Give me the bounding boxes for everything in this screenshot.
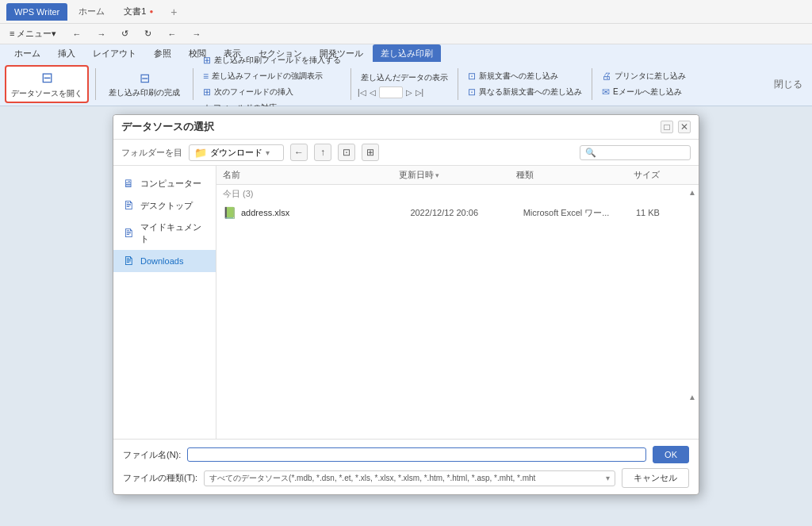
dialog-close-button[interactable]: ✕ [678, 121, 691, 133]
tab-reference[interactable]: 参照 [146, 44, 179, 62]
new-doc-label: 新規文書への差し込み [479, 71, 558, 82]
merge-preview-icon: ⊟ [140, 71, 150, 86]
file-section-label: 今日 (3) [216, 185, 699, 203]
sidebar-item-desktop[interactable]: 🖹 デスクトップ [113, 194, 216, 217]
datasource-icon: ⊟ [41, 69, 53, 86]
email-button[interactable]: ✉ Eメールへ差し込み [599, 85, 685, 99]
search-icon: 🔍 [585, 148, 596, 158]
filetype-select[interactable]: すべてのデータソース(*.mdb, *.dsn, *.et, *.xls, *.… [204, 470, 615, 486]
tab-home[interactable]: ホーム [6, 44, 48, 62]
main-content: データソースの選択 □ ✕ フォルダーを目 📁 ダウンロード ▾ ← ↑ ⊡ ⊞ [0, 106, 812, 526]
doc-tab[interactable]: 文書1 ● [116, 3, 161, 21]
tab-section[interactable]: セクション [251, 44, 310, 62]
filetype-label: ファイルの種類(T): [123, 472, 197, 484]
tab-view[interactable]: 表示 [216, 44, 249, 62]
toolbar-redo[interactable]: ↻ [141, 27, 155, 40]
record-input[interactable] [379, 86, 403, 98]
ribbon-close-button[interactable]: 閉じる [769, 76, 807, 93]
tab-developer[interactable]: 開発ツール [312, 44, 371, 62]
nav-back-button[interactable]: ← [290, 144, 308, 161]
file-list-scroll[interactable]: 今日 (3) 📗 address.xlsx 2022/12/12 20:06 M… [216, 185, 699, 439]
new-doc2-label: 異なる新規文書への差し込み [479, 86, 582, 98]
downloads-label: Downloads [140, 256, 183, 266]
search-input[interactable] [596, 148, 685, 157]
toolbar-back[interactable]: ← [69, 28, 84, 40]
toolbar-extra2[interactable]: → [189, 28, 204, 40]
desktop-label: デスクトップ [140, 200, 193, 212]
dialog-titlebar: データソースの選択 □ ✕ [113, 115, 699, 140]
sort-icon: ▾ [435, 171, 439, 179]
new-doc2-icon: ⊡ [468, 86, 476, 98]
path-dropdown[interactable]: 📁 ダウンロード ▾ [189, 144, 284, 161]
dialog-title: データソースの選択 [121, 120, 214, 134]
toolbar-undo[interactable]: ↺ [118, 27, 132, 40]
col-name-header: 名前 [223, 169, 399, 181]
tab-review[interactable]: 校閲 [181, 44, 214, 62]
dialog-restore-button[interactable]: □ [661, 121, 673, 133]
cancel-button[interactable]: キャンセル [622, 468, 689, 488]
doc-tab-label: 文書1 [124, 6, 146, 17]
ok-button[interactable]: OK [653, 446, 689, 463]
tab-layout[interactable]: レイアウト [85, 44, 144, 62]
ribbon-tab-bar: ホーム 挿入 レイアウト 参照 校閲 表示 セクション 開発ツール 差し込み印刷 [0, 44, 812, 62]
separator-2 [193, 68, 193, 100]
nav-up-button[interactable]: ↑ [314, 144, 331, 161]
mydocs-icon: 🖹 [123, 227, 134, 240]
merge-preview-label: 差し込み印刷の完成 [109, 87, 180, 98]
next-label-btn[interactable]: ▷ [406, 88, 412, 97]
new-doc-button[interactable]: ⊡ 新規文書への差し込み [465, 69, 561, 83]
print-button[interactable]: 🖨 プリンタに差し込み [599, 69, 689, 83]
filename-input[interactable] [187, 447, 646, 462]
email-label: Eメールへ差し込み [613, 86, 682, 98]
desktop-icon: 🖹 [123, 199, 134, 212]
sidebar-item-mydocs[interactable]: 🖹 マイドキュメント [113, 217, 216, 250]
table-row[interactable]: 📗 address.xlsx 2022/12/12 20:06 Microsof… [216, 203, 699, 222]
sidebar-item-downloads[interactable]: 🖹 Downloads [113, 250, 216, 272]
menu-bar: ≡ メニュー▾ ← → ↺ ↻ ← → [0, 24, 812, 44]
scroll-down-indicator[interactable]: ▲ [688, 391, 697, 402]
downloads-icon: 🖹 [123, 255, 134, 267]
dialog-toolbar: フォルダーを目 📁 ダウンロード ▾ ← ↑ ⊡ ⊞ 🔍 [113, 140, 699, 166]
toolbar-forward[interactable]: → [94, 28, 109, 40]
filetype-value: すべてのデータソース(*.mdb, *.dsn, *.et, *.xls, *.… [209, 473, 535, 484]
computer-label: コンピューター [140, 178, 201, 190]
home-tab[interactable]: ホーム [71, 3, 113, 21]
datasource-button[interactable]: ⊟ データソースを開く [5, 65, 89, 103]
view-data-button[interactable]: 差し込んだデータの表示 [358, 71, 451, 85]
folder-label: フォルダーを目 [121, 147, 182, 159]
print-label: プリンタに差し込み [615, 71, 686, 82]
view-data-label: 差し込んだデータの表示 [361, 72, 448, 83]
ribbon-content: ⊟ データソースを開く ⊟ 差し込み印刷の完成 ⊞ 差し込み印刷フィールドを挿入… [0, 62, 812, 106]
merge-preview-button[interactable]: ⊟ 差し込み印刷の完成 [102, 65, 186, 103]
sidebar-item-computer[interactable]: 🖥 コンピューター [113, 172, 216, 194]
nav-new-folder-button[interactable]: ⊡ [338, 144, 355, 161]
last-label[interactable]: ▷| [416, 88, 424, 97]
search-box[interactable]: 🔍 [580, 145, 691, 160]
mydocs-label: マイドキュメント [140, 221, 206, 245]
dialog-main: 名前 更新日時 ▾ 種類 サイズ [216, 166, 699, 439]
computer-icon: 🖥 [123, 177, 134, 190]
file-date: 2022/12/12 20:06 [410, 208, 523, 217]
folder-icon: 📁 [194, 147, 207, 159]
next-field-label: 次のフィールドの挿入 [214, 86, 293, 98]
datasource-label: データソースを開く [11, 88, 82, 99]
new-tab-button[interactable]: + [164, 4, 183, 20]
field-highlight-button[interactable]: ≡ 差し込みフィールドの強調表示 [200, 69, 326, 83]
new-doc-icon: ⊡ [468, 71, 476, 82]
nav-view-button[interactable]: ⊞ [362, 144, 379, 161]
menu-toggle[interactable]: ≡ メニュー▾ [6, 26, 59, 41]
output-group: ⊡ 新規文書への差し込み ⊡ 異なる新規文書への差し込み [465, 69, 585, 99]
filename-label: ファイル名(N): [123, 449, 181, 461]
print-icon: 🖨 [602, 71, 611, 82]
col-date-header[interactable]: 更新日時 ▾ [399, 169, 516, 181]
new-doc2-button[interactable]: ⊡ 異なる新規文書への差し込み [465, 85, 585, 99]
prev-label[interactable]: ◁ [370, 88, 376, 97]
tab-insert[interactable]: 挿入 [50, 44, 83, 62]
wps-tab[interactable]: WPS Writer [6, 3, 67, 21]
toolbar-extra1[interactable]: ← [164, 28, 179, 40]
tab-mailmerge[interactable]: 差し込み印刷 [373, 44, 441, 62]
current-path-label: ダウンロード [210, 147, 262, 159]
scroll-up-indicator[interactable]: ▲ [688, 186, 697, 198]
filename-row: ファイル名(N): OK [123, 446, 689, 463]
next-field-button[interactable]: ⊞ 次のフィールドの挿入 [200, 85, 297, 99]
